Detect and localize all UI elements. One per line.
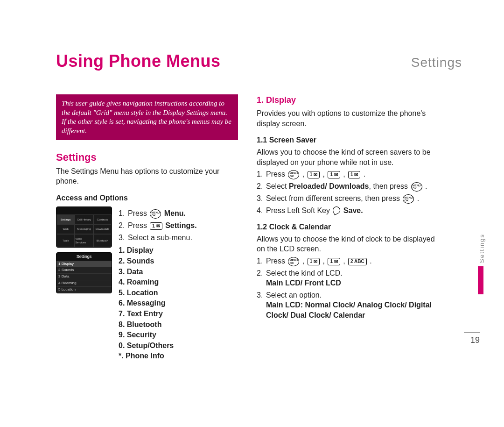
side-tab-label: Settings (478, 234, 485, 263)
settings-intro: The Settings Menu has options to customi… (56, 166, 238, 186)
screenshot-settings-list: Settings 1 Display 2 Sounds 3 Data 4 Roa… (56, 252, 112, 293)
page-title: Using Phone Menus (56, 51, 221, 71)
menu-ok-key-icon: MENUOK (150, 209, 161, 219)
menu-ok-key-icon: MENUOK (288, 170, 299, 179)
screenshot-grid-menu: Settings Call History Contacts Web Messa… (56, 206, 112, 248)
screen-saver-heading: 1.1 Screen Saver (257, 135, 439, 145)
right-column: 1. Display Provides you with options to … (257, 94, 462, 362)
side-tab: Settings (477, 238, 484, 294)
side-tab-bar (478, 266, 483, 294)
cc-step-1: Press MENUOK , 1 ✉ , 1 ✉ , 2 ABC . (257, 256, 439, 266)
access-options-heading: Access and Options (56, 193, 238, 203)
ss-step-2: Select Preloaded/ Downloads, then press … (257, 181, 439, 192)
page-number: 19 (464, 332, 480, 345)
access-steps: Press MENUOK Menu. Press 1 ✉ Settings. S… (119, 206, 197, 361)
display-body: Provides you with options to customize t… (257, 108, 439, 128)
settings-heading: Settings (56, 150, 238, 164)
cc-step-3: Select an option. Main LCD: Normal Clock… (257, 290, 439, 320)
access-step-3: Select a sub-menu. (119, 233, 197, 243)
left-soft-key-icon (332, 206, 342, 215)
clock-calendar-body: Allows you to choose the kind of clock t… (257, 234, 439, 254)
ss-step-1: Press MENUOK , 1 ✉ , 1 ✉ , 1 ✉ . (257, 169, 439, 179)
key-1: 1 ✉ (308, 171, 320, 178)
menu-ok-key-icon: MENUOK (403, 194, 414, 204)
ss-step-3: Select from different screens, then pres… (257, 193, 439, 204)
key-1: 1 ✉ (328, 258, 340, 265)
screen-saver-body: Allows you to choose the kind of screen … (257, 147, 439, 167)
left-column: This user guide gives navigation instruc… (56, 94, 238, 362)
key-1: 1 ✉ (308, 258, 320, 265)
note-box: This user guide gives navigation instruc… (56, 94, 238, 140)
menu-ok-key-icon: MENUOK (288, 257, 299, 266)
ss-step-4: Press Left Soft Key Save. (257, 206, 439, 216)
menu-ok-key-icon: MENUOK (411, 182, 422, 192)
clock-calendar-heading: 1.2 Clock & Calendar (257, 222, 439, 232)
section-title: Settings (411, 55, 462, 70)
key-1: 1 ✉ (348, 171, 360, 178)
key-2abc: 2 ABC (348, 258, 367, 265)
access-step-1: Press MENUOK Menu. (119, 208, 197, 219)
key-1: 1 ✉ (150, 222, 162, 230)
phone-screenshots: Settings Call History Contacts Web Messa… (56, 206, 112, 361)
access-step-2: Press 1 ✉ Settings. (119, 221, 197, 231)
submenu-list: 1. Display 2. Sounds 3. Data 4. Roaming … (119, 245, 197, 361)
key-1: 1 ✉ (328, 171, 340, 178)
cc-step-2: Select the kind of LCD. Main LCD/ Front … (257, 268, 439, 288)
display-heading: 1. Display (257, 94, 439, 106)
